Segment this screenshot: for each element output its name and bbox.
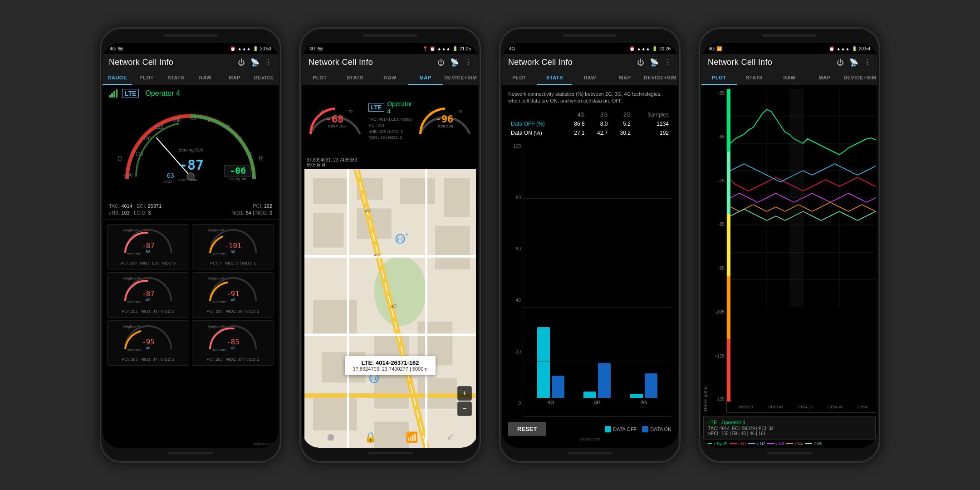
svg-text:-95: -95 [142, 338, 154, 346]
svg-text:-96: -96 [436, 113, 453, 125]
3g-data-on-bar [598, 363, 611, 398]
phones-container: 4G 📷 ⏰ ▲▲▲ 🔋 20:53 Network Cell Info ⏻ 📡… [0, 0, 980, 490]
tab-raw[interactable]: RAW [191, 71, 220, 85]
status-right-1: ⏰ ▲▲▲ 🔋 20:53 [230, 46, 271, 51]
header-icons-3: ⏻ 📡 ⋮ [637, 58, 671, 67]
antenna-icon-2[interactable]: 📡 [450, 58, 459, 67]
y-75: -75 [718, 178, 725, 183]
tab-plot-2[interactable]: PLOT [302, 71, 338, 85]
svg-text:RSRP dBm: RSRP dBm [212, 348, 226, 351]
tab-map[interactable]: MAP [220, 71, 250, 85]
checkbox-dataoff[interactable]: DATA OFF [605, 426, 637, 432]
bar3 [113, 91, 115, 98]
checkbox-dataon-box [642, 426, 648, 432]
time-3: 20:26 [659, 46, 671, 51]
menu-icon-1[interactable]: ⋮ [265, 58, 272, 67]
svg-text:63: 63 [167, 172, 174, 179]
tab-device-4[interactable]: DEVICE+SIM [842, 71, 877, 85]
tab-gauge[interactable]: GAUGE [103, 71, 132, 85]
power-icon-1[interactable]: ⏻ [238, 59, 245, 67]
popup-coords: 37.8924703, 23.7490277 | 5000m [351, 366, 429, 372]
table-row-dataoff: Data OFF (%) 86.8 8.0 5.2 1234 [508, 119, 671, 128]
gauge-screen: LTE Operator 4 D R [103, 85, 279, 448]
checkbox-group: DATA OFF DATA ON [605, 426, 671, 432]
svg-rect-69 [313, 396, 357, 431]
tab-stats-2[interactable]: STATS [338, 71, 373, 85]
power-icon-4[interactable]: ⏻ [837, 59, 844, 67]
tab-map-2[interactable]: MAP [408, 71, 443, 85]
n4-info: PCI: 258 NID1: 86 | NID2: 2 [194, 309, 272, 314]
tab-plot-4[interactable]: PLOT [701, 71, 737, 85]
tab-stats-3[interactable]: STATS [537, 71, 573, 85]
status-right-3: ⏰ ▲▲▲ 🔋 20:26 [629, 46, 671, 51]
svg-text:ASU: ASU [163, 180, 172, 184]
zoom-out-btn[interactable]: − [457, 402, 472, 416]
y-115: -115 [715, 353, 725, 358]
reset-button[interactable]: RESET [508, 422, 546, 436]
svg-text:-85: -85 [226, 338, 239, 346]
status-bar-2: 4G 📷 📍 ⏰ ▲▲▲ 🔋 21:05 [302, 43, 478, 54]
tab-device-3[interactable]: DEVICE+SIM [642, 71, 678, 85]
antenna-icon-3[interactable]: 📡 [650, 58, 659, 67]
main-gauge-area: D R [107, 102, 274, 201]
phone-1-screen: 4G 📷 ⏰ ▲▲▲ 🔋 20:53 Network Cell Info ⏻ 📡… [103, 43, 279, 448]
svg-rect-62 [435, 226, 470, 270]
table-row-dataon: Data ON (%) 27.1 42.7 30.2 192 [508, 128, 671, 137]
map-info-bar: 37.8994031, 23.7465383 59.5 km/h [302, 156, 478, 169]
2g-bar-group: 2G [621, 316, 667, 405]
val-2g-off: 5.2 [610, 119, 633, 128]
tab-device[interactable]: DEVICE [249, 71, 279, 85]
nid-row: NID1: 54 | NID2: 0 [191, 210, 273, 216]
zoom-in-btn[interactable]: + [457, 386, 472, 401]
checkbox-dataon[interactable]: DATA ON [642, 426, 671, 432]
svg-text:-60: -60 [236, 136, 243, 141]
tab-raw-2[interactable]: RAW [372, 71, 408, 85]
svg-text:39: 39 [230, 250, 235, 254]
header-icons-1: ⏻ 📡 ⋮ [238, 58, 272, 67]
antenna-icon-4[interactable]: 📡 [849, 58, 858, 67]
neighbor-4: Neighbor#4 -91 45 RSRP dBm PCI: 258 NID1… [192, 272, 274, 318]
menu-icon-3[interactable]: ⋮ [664, 58, 671, 67]
legend-n3-label: ✓N3 [775, 441, 784, 446]
wifi-icon[interactable]: 📶 [406, 431, 418, 443]
network-type-3: 4G [509, 46, 515, 51]
tab-stats[interactable]: STATS [161, 71, 191, 85]
tab-plot-3[interactable]: PLOT [502, 71, 537, 85]
legend-sys-line [705, 443, 712, 444]
tab-raw-4[interactable]: RAW [772, 71, 807, 85]
legend-n5: ✓N5 [805, 441, 822, 446]
legend-n4: ✓N4 [786, 441, 803, 446]
battery-icon-4: 🔋 [852, 46, 857, 51]
y-80: 80 [516, 195, 521, 200]
menu-icon-4[interactable]: ⋮ [864, 58, 871, 67]
legend-sys-label: ✓Sys/S [713, 441, 728, 446]
record-icon[interactable]: ⏺ [326, 431, 336, 443]
power-icon-2[interactable]: ⏻ [437, 59, 445, 67]
power-icon-3[interactable]: ⏻ [637, 59, 644, 67]
y-65: -65 [718, 134, 725, 139]
svg-text:A: A [406, 232, 408, 236]
tab-map-4[interactable]: MAP [807, 71, 843, 85]
antenna-icon-1[interactable]: 📡 [250, 58, 260, 67]
svg-text:47: 47 [230, 346, 235, 350]
val-4g-off: 86.8 [564, 119, 588, 128]
tab-device-2[interactable]: DEVICE+SIM [443, 71, 478, 85]
2g-label: 2G [640, 400, 647, 405]
svg-text:45: 45 [230, 298, 235, 302]
network-type-1: 4G [110, 46, 116, 51]
tab-stats-4[interactable]: STATS [737, 71, 772, 85]
svg-text:-110: -110 [154, 125, 163, 130]
svg-text:-87: -87 [142, 242, 154, 250]
tab-raw-3[interactable]: RAW [572, 71, 608, 85]
check-icon[interactable]: ✓ [446, 431, 455, 443]
tab-plot[interactable]: PLOT [132, 71, 162, 85]
app-header-4: Network Cell Info ⏻ 📡 ⋮ [701, 54, 877, 71]
plot-info-title: LTE - Operator 4 [708, 420, 871, 425]
3g-bar-group: 3G [574, 316, 620, 405]
status-left-1: 4G 📷 [110, 46, 123, 51]
menu-icon-2[interactable]: ⋮ [465, 58, 472, 67]
lock-icon[interactable]: 🔒 [364, 431, 377, 443]
map-svg: ((·)) A ((·)) A 4G 4G 4G 4G [302, 169, 478, 448]
tab-map-3[interactable]: MAP [608, 71, 643, 85]
y-axis-labels: -55 -65 -75 -85 -95 -105 -115 -125 [710, 89, 726, 413]
